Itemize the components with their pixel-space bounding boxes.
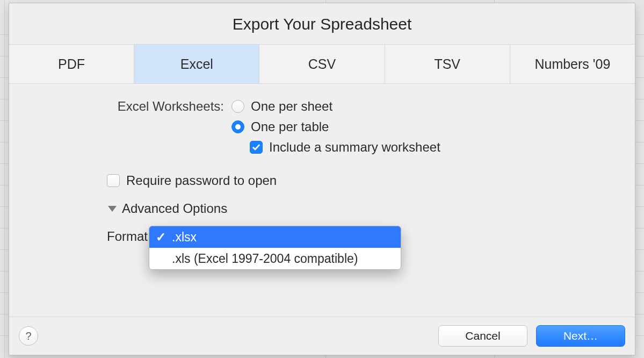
- tab-pdf[interactable]: PDF: [9, 45, 134, 83]
- dialog-title: Export Your Spreadsheet: [9, 3, 635, 44]
- option-label: .xls (Excel 1997-2004 compatible): [172, 252, 358, 266]
- help-icon: ?: [25, 330, 31, 342]
- format-dropdown-menu: ✓ .xlsx ✓ .xls (Excel 1997-2004 compatib…: [149, 226, 401, 270]
- radio-one-per-sheet[interactable]: [231, 100, 244, 113]
- radio-label: One per table: [251, 119, 329, 134]
- tab-csv[interactable]: CSV: [259, 45, 385, 83]
- checkbox-require-password[interactable]: [107, 174, 120, 187]
- button-label: Next…: [563, 330, 598, 342]
- format-label: Format: [107, 226, 148, 244]
- advanced-options-toggle[interactable]: Advanced Options: [108, 201, 603, 216]
- tab-label: CSV: [308, 56, 336, 72]
- dialog-body: Excel Worksheets: One per sheet One per …: [9, 84, 635, 355]
- format-tabs: PDF Excel CSV TSV Numbers '09: [9, 44, 635, 84]
- tab-numbers09[interactable]: Numbers '09: [510, 45, 635, 83]
- help-button[interactable]: ?: [19, 326, 38, 346]
- tab-label: Numbers '09: [534, 56, 610, 72]
- format-option-xls[interactable]: ✓ .xls (Excel 1997-2004 compatible): [149, 248, 401, 269]
- dialog-footer: ? Cancel Next…: [9, 317, 635, 355]
- chevron-down-icon: [108, 206, 117, 212]
- radio-one-per-table[interactable]: [231, 120, 244, 133]
- option-label: .xlsx: [172, 230, 197, 245]
- format-dropdown[interactable]: ✓ .xlsx ✓ .xls (Excel 1997-2004 compatib…: [149, 226, 401, 270]
- advanced-label: Advanced Options: [122, 201, 227, 216]
- next-button[interactable]: Next…: [536, 325, 625, 347]
- tab-label: TSV: [434, 56, 460, 72]
- checkbox-include-summary[interactable]: [250, 141, 263, 154]
- checkbox-label: Require password to open: [126, 173, 277, 188]
- format-option-xlsx[interactable]: ✓ .xlsx: [149, 226, 401, 248]
- checkbox-label: Include a summary worksheet: [269, 140, 440, 155]
- worksheets-label: Excel Worksheets:: [41, 99, 231, 114]
- tab-tsv[interactable]: TSV: [385, 45, 510, 83]
- radio-label: One per sheet: [251, 99, 332, 114]
- export-dialog: Export Your Spreadsheet PDF Excel CSV TS…: [9, 3, 635, 355]
- tab-excel[interactable]: Excel: [134, 45, 259, 83]
- checkmark-icon: ✓: [156, 230, 165, 245]
- tab-label: PDF: [58, 56, 85, 72]
- cancel-button[interactable]: Cancel: [438, 325, 527, 347]
- button-label: Cancel: [465, 330, 500, 342]
- checkmark-icon: [252, 143, 261, 152]
- tab-label: Excel: [180, 56, 213, 72]
